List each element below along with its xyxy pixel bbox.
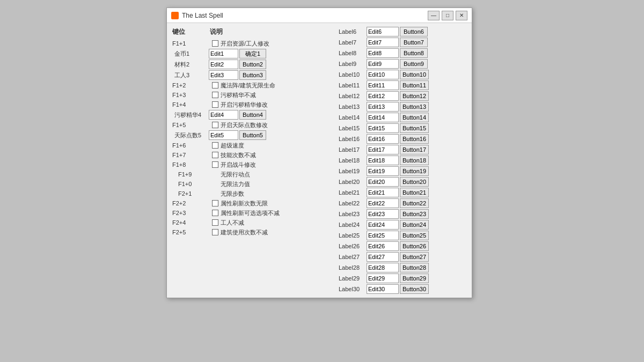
desc-f1-3: 污秽精华不减 bbox=[221, 91, 334, 99]
edit-sky5[interactable] bbox=[209, 130, 238, 140]
right-button-21[interactable]: Button21 bbox=[400, 188, 429, 197]
checkbox-f2-5[interactable] bbox=[210, 229, 221, 235]
right-button-13[interactable]: Button13 bbox=[400, 102, 429, 112]
right-button-14[interactable]: Button14 bbox=[400, 113, 429, 122]
button-sky5[interactable]: Button5 bbox=[239, 130, 266, 140]
app-icon bbox=[171, 12, 179, 19]
right-row-22: Label22Button22 bbox=[339, 198, 469, 209]
right-edit-25[interactable] bbox=[367, 231, 399, 240]
right-label-27: Label27 bbox=[339, 254, 365, 260]
sub-row-worker3: 工人3 Button3 bbox=[170, 70, 336, 80]
checkbox-f1-1[interactable] bbox=[210, 40, 221, 47]
right-edit-7[interactable] bbox=[367, 38, 399, 47]
right-button-18[interactable]: Button18 bbox=[400, 156, 429, 165]
checkbox-f1-8[interactable] bbox=[210, 161, 221, 168]
right-edit-20[interactable] bbox=[367, 177, 399, 187]
right-edit-12[interactable] bbox=[367, 91, 399, 101]
right-button-16[interactable]: Button16 bbox=[400, 134, 429, 144]
right-edit-10[interactable] bbox=[367, 70, 399, 79]
hotkey-row-f2-1: F2+1 无限步数 bbox=[170, 189, 336, 198]
edit-gold1[interactable] bbox=[209, 49, 238, 58]
right-button-30[interactable]: Button30 bbox=[400, 284, 429, 294]
button-material2[interactable]: Button2 bbox=[239, 60, 266, 69]
hotkey-row-f2-3: F2+3 属性刷新可选选项不减 bbox=[170, 208, 336, 218]
right-button-8[interactable]: Button8 bbox=[400, 48, 428, 58]
right-button-29[interactable]: Button29 bbox=[400, 274, 429, 283]
desc-f1-1: 开启资源/工人修改 bbox=[221, 40, 334, 48]
right-label-23: Label23 bbox=[339, 211, 365, 217]
checkbox-f2-2[interactable] bbox=[210, 200, 221, 206]
checkbox-f1-7[interactable] bbox=[210, 152, 221, 158]
hotkey-label-f2-5: F2+5 bbox=[172, 229, 210, 235]
right-edit-27[interactable] bbox=[367, 252, 399, 262]
checkbox-f2-4[interactable] bbox=[210, 219, 221, 226]
right-button-20[interactable]: Button20 bbox=[400, 177, 429, 187]
right-button-25[interactable]: Button25 bbox=[400, 231, 429, 240]
checkbox-f1-5[interactable] bbox=[210, 122, 221, 128]
right-row-29: Label29Button29 bbox=[339, 273, 469, 284]
minimize-button[interactable]: — bbox=[428, 11, 440, 20]
right-edit-8[interactable] bbox=[367, 48, 399, 58]
right-row-18: Label18Button18 bbox=[339, 155, 469, 166]
right-edit-18[interactable] bbox=[367, 156, 399, 165]
right-edit-13[interactable] bbox=[367, 102, 399, 112]
button-taint4[interactable]: Button4 bbox=[239, 110, 266, 120]
right-button-23[interactable]: Button23 bbox=[400, 209, 429, 219]
desc-f2-1: 无限步数 bbox=[221, 190, 334, 198]
right-edit-24[interactable] bbox=[367, 220, 399, 230]
right-row-8: Label8Button8 bbox=[339, 48, 469, 58]
right-button-10[interactable]: Button10 bbox=[400, 70, 429, 79]
checkbox-f1-6[interactable] bbox=[210, 142, 221, 149]
right-button-15[interactable]: Button15 bbox=[400, 123, 429, 133]
right-button-19[interactable]: Button19 bbox=[400, 166, 429, 176]
right-button-11[interactable]: Button11 bbox=[400, 80, 429, 90]
right-edit-28[interactable] bbox=[367, 263, 399, 272]
sub-row-sky5: 天际点数5 Button5 bbox=[170, 130, 336, 141]
right-button-17[interactable]: Button17 bbox=[400, 145, 429, 154]
close-button[interactable]: ✕ bbox=[456, 11, 467, 20]
left-panel: 键位 说明 F1+1 开启资源/工人修改 金币1 确定1 材料2 Button2 bbox=[170, 26, 336, 294]
right-row-12: Label12Button12 bbox=[339, 91, 469, 101]
right-edit-22[interactable] bbox=[367, 198, 399, 208]
right-button-6[interactable]: Button6 bbox=[400, 27, 428, 36]
right-edit-16[interactable] bbox=[367, 134, 399, 144]
right-edit-30[interactable] bbox=[367, 284, 399, 294]
edit-material2[interactable] bbox=[209, 60, 238, 69]
right-label-12: Label12 bbox=[339, 93, 365, 99]
right-edit-17[interactable] bbox=[367, 145, 399, 154]
right-button-28[interactable]: Button28 bbox=[400, 263, 429, 272]
checkbox-f1-4[interactable] bbox=[210, 101, 221, 108]
right-edit-23[interactable] bbox=[367, 209, 399, 219]
edit-worker3[interactable] bbox=[209, 70, 238, 80]
right-edit-9[interactable] bbox=[367, 59, 399, 69]
checkbox-f2-3[interactable] bbox=[210, 210, 221, 216]
right-edit-21[interactable] bbox=[367, 188, 399, 197]
right-edit-29[interactable] bbox=[367, 274, 399, 283]
right-edit-26[interactable] bbox=[367, 241, 399, 251]
button-worker3[interactable]: Button3 bbox=[239, 70, 266, 80]
desc-f1-8: 开启战斗修改 bbox=[221, 161, 334, 169]
right-edit-14[interactable] bbox=[367, 113, 399, 122]
right-button-26[interactable]: Button26 bbox=[400, 241, 429, 251]
right-row-15: Label15Button15 bbox=[339, 123, 469, 134]
checkbox-f1-3[interactable] bbox=[210, 92, 221, 98]
right-edit-19[interactable] bbox=[367, 166, 399, 176]
edit-taint4[interactable] bbox=[209, 110, 238, 120]
right-button-24[interactable]: Button24 bbox=[400, 220, 429, 230]
right-edit-6[interactable] bbox=[367, 27, 399, 36]
right-label-8: Label8 bbox=[339, 50, 365, 56]
right-button-27[interactable]: Button27 bbox=[400, 252, 429, 262]
right-row-21: Label21Button21 bbox=[339, 187, 469, 198]
right-button-9[interactable]: Button9 bbox=[400, 59, 428, 69]
maximize-button[interactable]: □ bbox=[442, 11, 453, 20]
right-button-22[interactable]: Button22 bbox=[400, 198, 429, 208]
right-button-7[interactable]: Button7 bbox=[400, 38, 428, 47]
hotkey-row-f1-2: F1+2 魔法阵/建筑无限生命 bbox=[170, 80, 336, 90]
hotkey-label-f1-3: F1+3 bbox=[172, 92, 210, 98]
right-button-12[interactable]: Button12 bbox=[400, 91, 429, 101]
right-edit-11[interactable] bbox=[367, 80, 399, 90]
right-edit-15[interactable] bbox=[367, 123, 399, 133]
checkbox-f1-2[interactable] bbox=[210, 82, 221, 88]
hotkey-row-f1-1: F1+1 开启资源/工人修改 bbox=[170, 39, 336, 48]
confirm-gold1[interactable]: 确定1 bbox=[239, 49, 266, 58]
